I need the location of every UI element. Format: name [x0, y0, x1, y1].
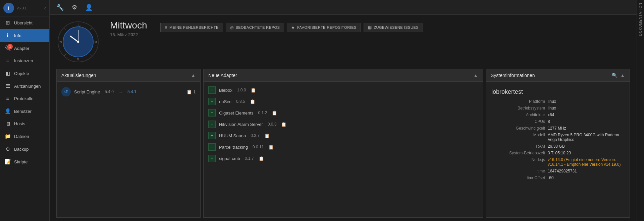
toolbar-wrench-icon[interactable]: 🔧: [55, 2, 65, 12]
update-from-version: 5.4.0: [105, 89, 114, 94]
svg-line-5: [64, 28, 66, 30]
adapter-doc-icon[interactable]: 📋: [251, 88, 256, 93]
sidebar-item-backup[interactable]: ⊙Backup: [0, 143, 49, 155]
adapter-version: 0.1.2: [258, 110, 267, 115]
sidebar-item-protokolle[interactable]: ≡Protokolle: [0, 92, 49, 105]
sidebar-item-dateien[interactable]: 📁Dateien: [0, 130, 49, 143]
zugewiesene-issues-btn-label: ZUGEWIESENE ISSUES: [374, 25, 419, 29]
adapter-add-button[interactable]: +: [208, 143, 216, 151]
protokolle-icon: ≡: [5, 96, 11, 101]
adapter-version: 0.0.3: [268, 122, 277, 127]
adapter-doc-icon[interactable]: 📋: [250, 99, 255, 104]
adapter-add-button[interactable]: +: [208, 132, 216, 139]
adapter-name: euSec: [219, 99, 231, 104]
main-content: 🔧 ⚙ 👤 12 6: [50, 0, 637, 221]
sidebar-item-instanzen[interactable]: ≡Instanzen: [0, 55, 49, 67]
ubersicht-icon: ⊞: [5, 20, 11, 26]
sidebar-item-benutzer[interactable]: 👤Benutzer: [0, 105, 49, 118]
sysinfo-value: 3 T. 05:10:23: [548, 151, 624, 155]
sysinfo-key: Node.js: [491, 157, 545, 167]
fehlerberichte-btn-label: MEINE FEHLERBERICHTE: [169, 25, 219, 29]
sysinfo-value: 8: [548, 119, 624, 124]
update-item: ↺ Script Engine 5.4.0 → 5.4.1 📋 ℹ: [57, 84, 200, 99]
adapter-version: 0.8.5: [236, 99, 245, 104]
adapter-doc-icon[interactable]: 📋: [259, 156, 264, 161]
skripte-icon: 📝: [5, 159, 11, 165]
adapter-doc-icon[interactable]: 📋: [268, 145, 274, 150]
aufzahlungen-icon: ☰: [5, 83, 11, 89]
updates-panel-icons: ▲: [191, 73, 196, 78]
adapter-add-button[interactable]: +: [208, 109, 216, 117]
sysinfo-panel-icons: 🔍 ▲: [612, 73, 625, 78]
sysinfo-panel: Systeminformationen 🔍 ▲ iobrokertest Pla…: [486, 69, 630, 218]
svg-text:9: 9: [60, 40, 62, 44]
sysinfo-key: System-Betriebszeit: [491, 151, 545, 155]
adapter-add-button[interactable]: +: [208, 86, 216, 94]
sysinfo-value: 1277 MHz: [548, 126, 624, 131]
adapter-version: 0.1.7: [245, 156, 254, 161]
adapter-doc-icon[interactable]: 📋: [281, 122, 286, 127]
adapter-add-button[interactable]: +: [208, 121, 216, 128]
doc-sidebar-label[interactable]: DOKUMENTATION: [639, 3, 642, 36]
updates-collapse-icon[interactable]: ▲: [191, 73, 196, 78]
adapter-name: Blebox: [219, 88, 232, 93]
backup-icon: ⊙: [5, 146, 11, 152]
sidebar-label-adapter: Adapter: [14, 46, 30, 51]
sysinfo-key: RAM: [491, 144, 545, 149]
update-refresh-icon[interactable]: ↺: [61, 87, 71, 96]
adapters-panel-title: Neue Adapter: [208, 73, 237, 78]
toolbar-user-icon[interactable]: 👤: [84, 2, 94, 12]
update-arrow-icon: →: [118, 89, 123, 94]
adapter-add-button[interactable]: +: [208, 155, 216, 162]
sidebar-item-aufzahlungen[interactable]: ☰Aufzählungen: [0, 80, 49, 92]
sidebar: i v5.3.1 ‹ ⊞ÜbersichtℹInfo🔌Adapter1≡Inst…: [0, 0, 50, 221]
fehlerberichte-btn-icon: ≡: [165, 25, 167, 30]
adapter-doc-icon[interactable]: 📋: [272, 110, 277, 116]
sidebar-label-protokolle: Protokolle: [14, 96, 34, 101]
updates-panel-body: ↺ Script Engine 5.4.0 → 5.4.1 📋 ℹ: [57, 82, 200, 217]
adapter-doc-icon[interactable]: 📋: [264, 133, 270, 138]
update-info-icon[interactable]: ℹ: [194, 89, 196, 94]
toolbar-settings-icon[interactable]: ⚙: [70, 2, 78, 12]
sidebar-item-hosts[interactable]: 🖥Hosts: [0, 118, 49, 130]
sysinfo-row: System-Betriebszeit 3 T. 05:10:23: [489, 150, 627, 156]
sysinfo-collapse-icon[interactable]: ▲: [620, 73, 625, 78]
adapter-add-button[interactable]: +: [208, 98, 216, 105]
sidebar-item-adapter[interactable]: 🔌Adapter1: [0, 42, 49, 55]
beobachtete-repos-btn-label: BEOBACHTETE REPOS: [235, 25, 280, 29]
adapters-collapse-icon[interactable]: ▲: [473, 73, 478, 78]
adapter-item: + Hikvision Alarm Server 0.0.3 📋: [204, 119, 483, 130]
update-copy-icon[interactable]: 📋: [186, 89, 192, 94]
sidebar-label-ubersicht: Übersicht: [14, 20, 33, 25]
svg-point-16: [77, 41, 79, 43]
adapter-version: 1.0.0: [237, 88, 246, 92]
updates-panel-header: Aktualisierungen ▲: [57, 69, 200, 82]
svg-line-6: [90, 28, 92, 30]
sidebar-item-ubersicht[interactable]: ⊞Übersicht: [0, 16, 49, 29]
sidebar-label-info: Info: [14, 33, 21, 38]
sysinfo-value: -60: [548, 175, 624, 180]
sysinfo-key: Betriebssystem: [491, 106, 545, 110]
sysinfo-row: time 1647429825731: [489, 168, 627, 174]
sysinfo-value: linux: [548, 106, 624, 110]
sysinfo-key: Plattform: [491, 99, 545, 104]
sysinfo-search-icon[interactable]: 🔍: [612, 73, 618, 78]
sidebar-collapse-button[interactable]: ‹: [44, 5, 46, 11]
header-btn-favorisierte-repos[interactable]: ★FAVORISIERTE REPOSITORIES: [287, 23, 361, 32]
header-btn-beobachtete-repos[interactable]: ◎BEOBACHTETE REPOS: [226, 23, 284, 32]
info-icon: ℹ: [5, 32, 11, 39]
favorisierte-repos-btn-icon: ★: [291, 25, 295, 30]
update-name: Script Engine: [74, 89, 100, 94]
adapter-item: + signal-cmb 0.1.7 📋: [204, 153, 483, 164]
sidebar-item-objekte[interactable]: ◧Objekte: [0, 67, 49, 80]
sidebar-item-info[interactable]: ℹInfo: [0, 29, 49, 42]
sysinfo-row: Modell AMD Ryzen 5 PRO 3400G with Radeon…: [489, 132, 627, 143]
sysinfo-key: timeOffset: [491, 175, 545, 180]
content-area: 12 6 9 3 Mittwoch 16. März 2022 ≡MEINE F…: [50, 15, 637, 221]
header-btn-zugewiesene-issues[interactable]: ▦ZUGEWIESENE ISSUES: [364, 23, 423, 32]
sidebar-label-hosts: Hosts: [14, 121, 25, 126]
instanzen-icon: ≡: [5, 58, 11, 64]
header-btn-fehlerberichte[interactable]: ≡MEINE FEHLERBERICHTE: [160, 23, 223, 32]
panels-area: Aktualisierungen ▲ ↺ Script Engine 5.4.0…: [50, 69, 637, 221]
sidebar-item-skripte[interactable]: 📝Skripte: [0, 155, 49, 168]
